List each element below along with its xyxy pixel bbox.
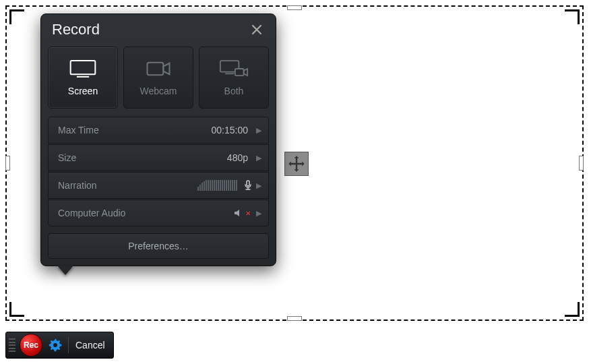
toolbar-divider	[68, 337, 69, 353]
setting-size[interactable]: Size 480p ▶	[48, 144, 269, 171]
setting-narration-label: Narration	[58, 180, 197, 191]
cancel-button[interactable]: Cancel	[73, 338, 108, 352]
chevron-right-icon: ▶	[256, 181, 261, 190]
move-region-handle[interactable]	[284, 152, 309, 176]
gear-icon	[48, 338, 63, 353]
popup-title: Record	[52, 21, 100, 38]
mode-both-button[interactable]: Both	[199, 47, 269, 109]
crop-corner-bottom-left[interactable]	[9, 302, 24, 317]
crop-corner-top-right[interactable]	[565, 9, 580, 24]
recorder-toolbar: Rec Cancel	[5, 332, 114, 359]
setting-computer-audio-label: Computer Audio	[58, 208, 233, 218]
chevron-right-icon: ▶	[256, 126, 261, 135]
toolbar-grip[interactable]	[9, 337, 16, 353]
mute-x-icon: ✕	[245, 210, 251, 217]
mode-webcam-label: Webcam	[140, 86, 177, 96]
screen-icon	[68, 59, 98, 79]
vu-meter	[197, 180, 237, 191]
cancel-button-label: Cancel	[75, 340, 105, 351]
mode-both-label: Both	[224, 86, 244, 96]
close-button[interactable]	[249, 22, 265, 38]
chevron-right-icon: ▶	[256, 209, 261, 218]
svg-rect-1	[148, 63, 164, 75]
preferences-button[interactable]: Preferences…	[48, 233, 269, 259]
svg-rect-3	[235, 69, 244, 75]
microphone-icon	[243, 180, 253, 191]
setting-max-time[interactable]: Max Time 00:15:00 ▶	[48, 117, 269, 144]
mode-webcam-button[interactable]: Webcam	[123, 47, 193, 109]
record-button[interactable]: Rec	[20, 334, 42, 357]
webcam-icon	[144, 59, 173, 79]
record-mode-row: Screen Webcam Both	[41, 47, 276, 117]
setting-size-label: Size	[58, 152, 227, 163]
move-icon	[287, 154, 306, 173]
crop-edge-left[interactable]	[5, 156, 10, 171]
close-icon	[251, 24, 262, 35]
mode-screen-button[interactable]: Screen	[48, 47, 118, 109]
mode-screen-label: Screen	[68, 86, 98, 96]
crop-edge-bottom[interactable]	[287, 316, 302, 321]
setting-narration[interactable]: Narration ▶	[48, 172, 269, 199]
setting-computer-audio[interactable]: Computer Audio ✕ ▶	[48, 200, 269, 226]
crop-corner-bottom-right[interactable]	[565, 302, 580, 317]
preferences-label: Preferences…	[128, 241, 188, 251]
record-button-label: Rec	[24, 340, 38, 350]
svg-point-4	[53, 343, 57, 347]
settings-button[interactable]	[46, 338, 64, 353]
chevron-right-icon: ▶	[256, 154, 261, 162]
svg-rect-0	[71, 61, 96, 74]
setting-max-time-label: Max Time	[58, 125, 212, 135]
setting-max-time-value: 00:15:00	[212, 125, 249, 135]
crop-edge-top[interactable]	[287, 5, 302, 10]
record-popup: Record Screen Webcam	[40, 13, 276, 266]
crop-edge-right[interactable]	[579, 156, 584, 171]
popup-header: Record	[41, 14, 276, 47]
crop-corner-top-left[interactable]	[9, 9, 24, 24]
settings-list: Max Time 00:15:00 ▶ Size 480p ▶ Narratio…	[41, 117, 276, 233]
both-icon	[219, 59, 249, 79]
setting-size-value: 480p	[227, 152, 248, 163]
speaker-muted-icon	[233, 208, 244, 218]
